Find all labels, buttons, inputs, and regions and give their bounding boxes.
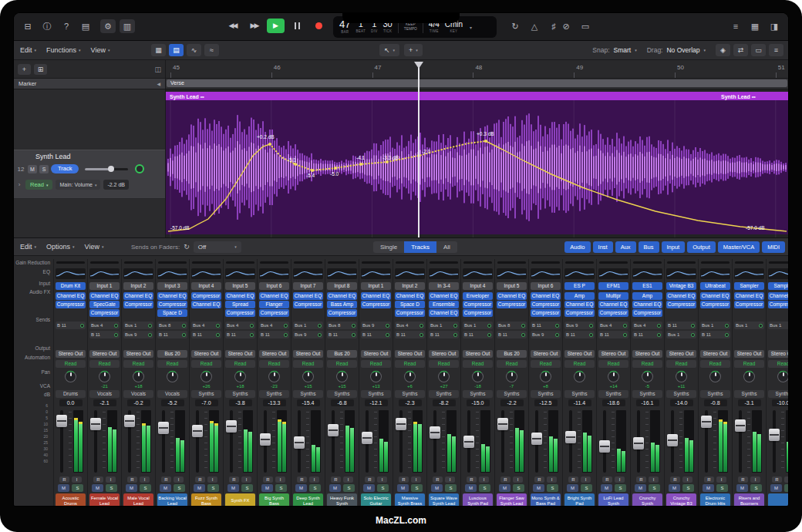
- input-slot[interactable]: Ultrabeat: [700, 282, 730, 290]
- fader-cap[interactable]: [633, 437, 644, 450]
- record-enable-button[interactable]: R: [704, 476, 714, 483]
- snap-dropdown[interactable]: Smart: [614, 46, 632, 54]
- audio-fx-rack[interactable]: Channel EQCompressor: [733, 292, 766, 320]
- inspector-icon[interactable]: ▤: [78, 19, 93, 33]
- send-slot[interactable]: B 11: [56, 322, 86, 329]
- output-slot[interactable]: Stereo Out: [361, 350, 391, 358]
- pan-knob[interactable]: -5: [631, 369, 664, 389]
- send-slot[interactable]: B 11: [497, 331, 527, 338]
- output-slot[interactable]: Stereo Out: [293, 350, 323, 358]
- vca-group-slot[interactable]: Synths: [463, 390, 493, 398]
- mixer-channel-strip[interactable]: Input 4 CompressorChannel EQ Bus 4B 11 S…: [190, 259, 224, 506]
- audio-fx-rack[interactable]: Channel EQCompressor: [122, 292, 155, 320]
- record-enable-button[interactable]: R: [433, 476, 443, 483]
- track-name-label[interactable]: Crunchy Vintage B3: [666, 493, 696, 506]
- mixer-channel-strip[interactable]: Input 8 Channel EQBass AmpCompressor Bus…: [325, 259, 359, 506]
- send-slot[interactable]: Bus 9: [293, 331, 323, 338]
- volume-value[interactable]: -0.8: [699, 399, 732, 407]
- mixer-channel-strip[interactable]: Drum Kit Channel EQCompressor B 11 Stere…: [54, 259, 88, 506]
- cycle-knob-icon[interactable]: [135, 164, 144, 173]
- audio-fx-slot[interactable]: Compressor: [225, 309, 255, 317]
- output-slot[interactable]: Stereo Out: [768, 350, 788, 358]
- audio-fx-slot[interactable]: Channel EQ: [157, 292, 187, 300]
- solo-button[interactable]: S: [649, 484, 660, 492]
- fader-cap[interactable]: [328, 424, 339, 436]
- volume-fader[interactable]: [603, 410, 606, 473]
- mixer-channel-strip[interactable]: Sampler Channel EQCompressor Bus 1 Stere…: [767, 259, 788, 506]
- automation-mode-slot[interactable]: Read: [123, 360, 153, 368]
- fader-cap[interactable]: [294, 436, 305, 449]
- volume-value[interactable]: -12.5: [529, 399, 562, 407]
- pan-knob[interactable]: [699, 369, 732, 389]
- mute-button[interactable]: M: [465, 484, 477, 492]
- eq-thumbnail[interactable]: [361, 268, 391, 279]
- audio-fx-slot[interactable]: Channel EQ: [632, 301, 662, 308]
- pointer-tool[interactable]: ↖▾: [379, 44, 399, 56]
- input-slot[interactable]: Vintage B3: [666, 282, 696, 290]
- input-monitor-button[interactable]: I: [784, 476, 788, 483]
- solo-button[interactable]: S: [750, 484, 762, 492]
- eq-thumbnail[interactable]: [531, 268, 561, 279]
- playhead[interactable]: [418, 62, 420, 237]
- automation-mode-dropdown[interactable]: Read▾: [25, 180, 52, 190]
- record-enable-button[interactable]: R: [399, 476, 409, 483]
- output-slot[interactable]: Stereo Out: [463, 350, 493, 358]
- track-name-label[interactable]: Deep Synth Lead: [293, 493, 323, 506]
- audio-fx-rack[interactable]: Channel EQCompressorCompressor: [529, 292, 562, 320]
- mixer-edit-menu[interactable]: Edit▾: [20, 243, 36, 251]
- mode-single[interactable]: Single: [373, 241, 404, 253]
- send-knob-icon[interactable]: [759, 324, 763, 328]
- send-slot[interactable]: B 11: [463, 331, 493, 338]
- send-slot[interactable]: Bus 1: [768, 322, 788, 329]
- fader-cap[interactable]: [531, 433, 542, 445]
- send-knob-icon[interactable]: [657, 333, 661, 337]
- record-enable-button[interactable]: R: [263, 476, 273, 483]
- send-slot[interactable]: Bus 4: [191, 322, 221, 329]
- send-slot[interactable]: B 11: [598, 331, 628, 338]
- audio-fx-slot[interactable]: Compressor: [531, 309, 561, 317]
- mute-button[interactable]: M: [329, 484, 341, 492]
- record-enable-button[interactable]: R: [534, 476, 544, 483]
- input-slot[interactable]: Input 6: [259, 282, 289, 290]
- audio-fx-slot[interactable]: Channel EQ: [734, 292, 764, 300]
- audio-fx-slot[interactable]: Compressor: [157, 301, 187, 308]
- volume-fader[interactable]: [535, 410, 538, 473]
- mute-button[interactable]: M: [533, 484, 544, 492]
- input-monitor-button[interactable]: I: [649, 476, 659, 483]
- send-slot[interactable]: B 11: [191, 331, 221, 338]
- input-monitor-button[interactable]: I: [309, 476, 319, 483]
- pause-button[interactable]: [288, 19, 306, 33]
- vca-group-slot[interactable]: Synths: [598, 390, 628, 398]
- input-slot[interactable]: Input 2: [395, 282, 425, 290]
- input-monitor-button[interactable]: I: [207, 476, 217, 483]
- send-knob-icon[interactable]: [80, 324, 84, 328]
- solo-button[interactable]: S: [207, 484, 219, 492]
- input-monitor-button[interactable]: I: [479, 476, 489, 483]
- audio-fx-slot[interactable]: Compressor: [463, 301, 493, 308]
- track-name-label[interactable]: Backing Vocal Lead: [157, 493, 187, 506]
- volume-value[interactable]: -18.6: [597, 399, 630, 407]
- send-slot[interactable]: B 11: [157, 331, 187, 338]
- volume-value[interactable]: -3.8: [224, 399, 257, 407]
- eq-thumbnail[interactable]: [191, 268, 221, 279]
- record-enable-button[interactable]: R: [229, 476, 239, 483]
- audio-fx-rack[interactable]: MultiprChannel EQCompressor: [597, 292, 630, 320]
- track-name-label[interactable]: Bright Synth Pad: [564, 493, 595, 506]
- mute-button[interactable]: M: [431, 484, 443, 492]
- fader-cap[interactable]: [192, 425, 203, 437]
- send-knob-icon[interactable]: [352, 333, 356, 337]
- track-name-label[interactable]: Mono Synth & Bass Pad: [531, 493, 561, 506]
- input-slot[interactable]: Input 4: [191, 282, 221, 290]
- output-slot[interactable]: Stereo Out: [734, 350, 764, 358]
- mixer-channel-strip[interactable]: Input 3 Channel EQCompressorSpace D Bus …: [156, 259, 190, 506]
- solo-button[interactable]: S: [377, 484, 389, 492]
- send-knob-icon[interactable]: [521, 333, 525, 337]
- eq-thumbnail[interactable]: [89, 268, 120, 279]
- send-knob-icon[interactable]: [250, 324, 254, 328]
- send-knob-icon[interactable]: [691, 333, 695, 337]
- solo-button[interactable]: S: [581, 484, 592, 492]
- solo-button[interactable]: S: [716, 484, 728, 492]
- audio-fx-slot[interactable]: Channel EQ: [598, 301, 628, 308]
- vca-group-slot[interactable]: Synths: [497, 390, 527, 398]
- input-slot[interactable]: Sampler: [768, 282, 788, 290]
